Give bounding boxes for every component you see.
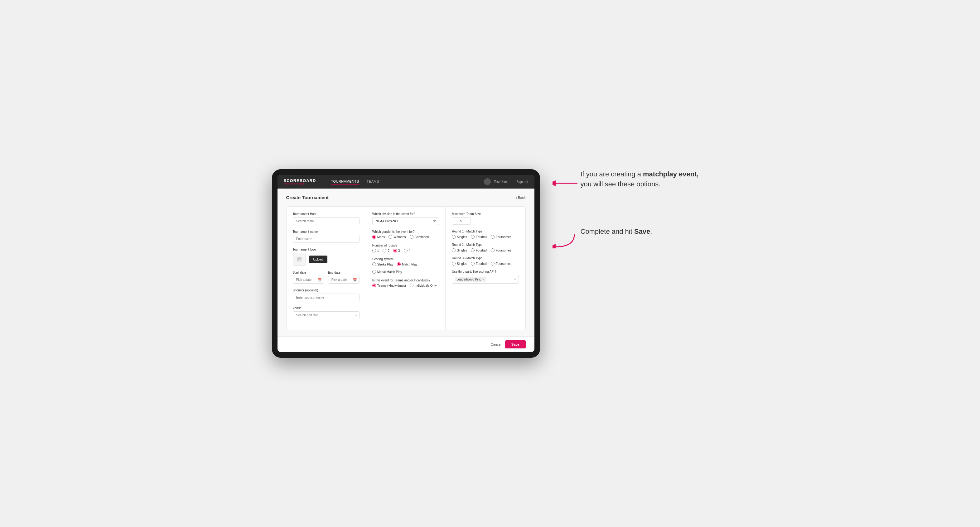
api-label: Use third-party live scoring API? <box>452 270 519 273</box>
rounds-4[interactable]: 4 <box>404 249 410 252</box>
max-team-size-label: Maximum Team Size <box>452 212 519 216</box>
round3-fourball[interactable]: Fourball <box>471 262 487 265</box>
scoring-label: Scoring system <box>372 257 439 261</box>
round2-foursomes-radio[interactable] <box>491 248 495 252</box>
annotation1-bold: matchplay event, <box>643 170 699 178</box>
end-date-label: End date <box>328 271 360 274</box>
scoring-medal[interactable]: Medal Match Play <box>372 270 402 274</box>
scoring-stroke-radio[interactable] <box>372 262 376 266</box>
annotation1-text: If you are creating a matchplay event, y… <box>581 169 708 189</box>
annotation1-container: If you are creating a matchplay event, y… <box>552 169 708 189</box>
teams-radio-group: Teams (+Individuals) Individuals Only <box>372 284 439 287</box>
rounds-2[interactable]: 2 <box>383 249 390 252</box>
upload-button[interactable]: Upload <box>309 256 328 264</box>
round1-match-type: Round 1 - Match Type Singles Fourball Fo… <box>452 230 519 239</box>
rounds-3[interactable]: 3 <box>393 249 400 252</box>
rounds-1-radio[interactable] <box>372 249 376 252</box>
annotation2-container: Complete and hit Save. <box>552 227 708 250</box>
rounds-1[interactable]: 1 <box>372 249 379 252</box>
start-date-input[interactable] <box>293 276 324 284</box>
round2-foursomes[interactable]: Foursomes <box>491 248 511 252</box>
max-team-size-input[interactable] <box>452 217 471 225</box>
teams-option[interactable]: Teams (+Individuals) <box>372 284 406 287</box>
logo-upload-row: Upload <box>293 253 360 266</box>
page-header: Create Tournament ‹ Back <box>286 195 526 200</box>
round3-singles-radio[interactable] <box>452 262 455 265</box>
image-icon <box>296 257 302 262</box>
annotation2-after: . <box>650 227 652 235</box>
api-select[interactable]: Leaderboard King × ▾ <box>452 275 519 284</box>
division-select[interactable]: NCAA Division I <box>372 217 439 225</box>
page-wrapper: SCOREBOARD Powered by clippit TOURNAMENT… <box>272 169 708 358</box>
teams-option-label: Teams (+Individuals) <box>377 284 406 287</box>
round3-fourball-radio[interactable] <box>471 262 474 265</box>
scoring-medal-radio[interactable] <box>372 270 376 274</box>
venue-input[interactable] <box>293 311 360 319</box>
tab-tournaments[interactable]: TOURNAMENTS <box>331 178 359 185</box>
round2-fourball[interactable]: Fourball <box>471 248 487 252</box>
sponsor-input[interactable] <box>293 294 360 302</box>
round1-singles[interactable]: Singles <box>452 235 467 239</box>
round1-foursomes[interactable]: Foursomes <box>491 235 511 239</box>
rounds-radio-group: 1 2 3 4 <box>372 249 439 252</box>
rounds-4-radio[interactable] <box>404 249 407 252</box>
tab-teams[interactable]: TEAMS <box>367 178 379 185</box>
rounds-3-radio[interactable] <box>393 249 397 252</box>
gender-mens[interactable]: Mens <box>372 235 385 239</box>
start-date-wrap: 📅 <box>293 276 324 284</box>
scoring-radio-group: Stroke Play Match Play Medal Match Play <box>372 262 439 274</box>
round1-fourball-radio[interactable] <box>471 235 474 239</box>
gender-label: Which gender is the event for? <box>372 230 439 233</box>
api-remove-icon[interactable]: × <box>483 277 485 281</box>
scoring-match-radio[interactable] <box>397 262 401 266</box>
round3-foursomes-radio[interactable] <box>491 262 495 265</box>
round3-foursomes[interactable]: Foursomes <box>491 262 511 265</box>
api-chevron-icon: ▾ <box>514 277 516 281</box>
end-date-input[interactable] <box>328 276 360 284</box>
tournament-name-label: Tournament name <box>293 230 360 233</box>
gender-womens-radio[interactable] <box>388 235 392 239</box>
back-button[interactable]: ‹ Back <box>516 196 525 200</box>
round2-match-type: Round 2 - Match Type Singles Fourball Fo… <box>452 243 519 252</box>
signout-link[interactable]: Sign out <box>517 180 528 184</box>
gender-mens-label: Mens <box>377 235 385 239</box>
individuals-radio[interactable] <box>410 284 414 287</box>
app-logo: SCOREBOARD Powered by clippit <box>284 179 316 185</box>
rounds-group: Number of rounds 1 2 3 <box>372 244 439 252</box>
api-group: Use third-party live scoring API? Leader… <box>452 270 519 284</box>
round1-fourball[interactable]: Fourball <box>471 235 487 239</box>
sponsor-label: Sponsor (optional) <box>293 289 360 292</box>
gender-radio-group: Mens Womens Combined <box>372 235 439 239</box>
save-button[interactable]: Save <box>505 340 526 348</box>
gender-womens[interactable]: Womens <box>388 235 406 239</box>
scoring-match[interactable]: Match Play <box>397 262 417 266</box>
teams-radio[interactable] <box>372 284 376 287</box>
arrow-down-left-icon <box>552 233 578 248</box>
round2-singles-radio[interactable] <box>452 248 455 252</box>
round3-singles[interactable]: Singles <box>452 262 467 265</box>
sponsor-group: Sponsor (optional) <box>293 289 360 302</box>
round1-singles-radio[interactable] <box>452 235 455 239</box>
gender-womens-label: Womens <box>393 235 406 239</box>
rounds-2-radio[interactable] <box>383 249 386 252</box>
cancel-button[interactable]: Cancel <box>491 343 501 346</box>
tournament-host-input[interactable] <box>293 217 360 225</box>
round2-singles[interactable]: Singles <box>452 248 467 252</box>
round3-label: Round 3 - Match Type <box>452 257 519 260</box>
annotation2-bold: Save <box>634 227 650 235</box>
round1-foursomes-radio[interactable] <box>491 235 495 239</box>
end-date-group: End date 📅 <box>328 271 360 284</box>
individuals-option[interactable]: Individuals Only <box>410 284 437 287</box>
scoring-match-label: Match Play <box>402 263 417 266</box>
round2-fourball-radio[interactable] <box>471 248 474 252</box>
tournament-name-input[interactable] <box>293 235 360 243</box>
annotation-matchplay: If you are creating a matchplay event, y… <box>552 169 708 189</box>
gender-mens-radio[interactable] <box>372 235 376 239</box>
gender-combined[interactable]: Combined <box>410 235 429 239</box>
annotation1-arrow <box>552 179 578 188</box>
gender-combined-radio[interactable] <box>410 235 414 239</box>
teams-label: Is this event for Teams and/or Individua… <box>372 279 439 282</box>
scoring-group: Scoring system Stroke Play Match Play Me… <box>372 257 439 274</box>
logo-placeholder <box>293 253 306 266</box>
scoring-stroke[interactable]: Stroke Play <box>372 262 393 266</box>
